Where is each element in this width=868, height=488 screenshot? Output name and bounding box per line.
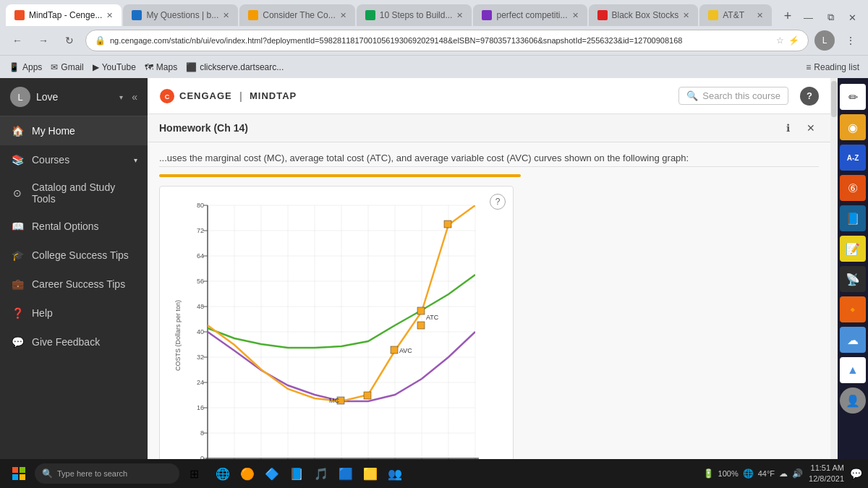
tab-close-btn[interactable]: ✕ xyxy=(223,11,229,20)
tab-close-btn[interactable]: ✕ xyxy=(106,11,113,20)
url-bar[interactable]: 🔒 ng.cengage.com/static/nb/ui/evo/index.… xyxy=(85,30,809,51)
sidebar-item-rental[interactable]: 📖 Rental Options xyxy=(0,212,148,241)
tab-close-btn[interactable]: ✕ xyxy=(572,11,579,20)
close-btn[interactable]: ✕ xyxy=(843,12,862,23)
sidebar-icon-courses: 📚 xyxy=(10,153,25,167)
scrollbar[interactable] xyxy=(830,78,838,459)
scrollbar-thumb[interactable] xyxy=(831,81,837,117)
sidebar-item-feedback[interactable]: 💬 Give Feedback xyxy=(0,328,148,356)
restore-btn[interactable]: ⧉ xyxy=(822,12,840,23)
tab-close-btn[interactable]: ✕ xyxy=(340,11,346,20)
taskbar-people[interactable]: 👥 xyxy=(383,462,407,485)
right-icon-rss[interactable]: ◉ xyxy=(840,114,866,140)
bookmark-apps[interactable]: 📱Apps xyxy=(9,62,42,72)
sidebar-icon-feedback: 💬 xyxy=(10,335,25,349)
tab-close-btn[interactable]: ✕ xyxy=(456,11,463,20)
bookmark-youtube[interactable]: ▶YouTube xyxy=(93,62,136,72)
notifications-btn[interactable]: 💬 xyxy=(850,468,862,479)
extension-icon[interactable]: ⚡ xyxy=(788,35,799,46)
taskbar-edge[interactable]: 🌐 xyxy=(211,462,234,485)
bookmark-icon: ▶ xyxy=(93,62,99,72)
chart-help-button[interactable]: ? xyxy=(490,194,506,210)
reading-list-btn[interactable]: ≡ Reading list xyxy=(806,62,859,72)
address-bar: ← → ↻ 🔒 ng.cengage.com/static/nb/ui/evo/… xyxy=(0,26,868,55)
right-icon-az[interactable]: A-Z xyxy=(840,145,866,171)
chart-svg: 0 8 16 24 32 40 48 56 64 72 80 0 xyxy=(171,198,490,459)
taskbar-music[interactable]: 🎵 xyxy=(310,462,333,485)
main-content: C CENGAGE | MINDTAP 🔍 Search this course… xyxy=(148,78,830,459)
sidebar-item-college[interactable]: 🎓 College Success Tips xyxy=(0,241,148,270)
chart-container: ...uses the marginal cost (MC), average … xyxy=(148,142,830,459)
right-icon-orange-app[interactable]: 🔸 xyxy=(840,296,866,322)
svg-text:48: 48 xyxy=(197,303,204,310)
sidebar-icon-my-home: 🏠 xyxy=(10,124,25,138)
refresh-button[interactable]: ↻ xyxy=(59,30,80,51)
sidebar-item-catalog[interactable]: ⊙ Catalog and Study Tools xyxy=(0,174,148,212)
bookmark-gmail[interactable]: ✉Gmail xyxy=(51,62,83,72)
right-icon-gdrive[interactable]: ▲ xyxy=(840,357,866,383)
right-icon-book[interactable]: 📘 xyxy=(840,205,866,231)
bookmark-maps[interactable]: 🗺Maps xyxy=(145,62,177,72)
search-box[interactable]: 🔍 Search this course xyxy=(678,87,788,105)
browser-tab-6[interactable]: Black Box Stocks ✕ xyxy=(589,4,699,26)
browser-tab-7[interactable]: AT&T ✕ xyxy=(699,4,772,26)
hw-info-button[interactable]: ℹ xyxy=(780,120,796,136)
sidebar-icon-help: ❓ xyxy=(10,306,25,320)
hw-close-button[interactable]: ✕ xyxy=(803,120,819,136)
sidebar-item-courses[interactable]: 📚 Courses ▾ xyxy=(0,145,148,174)
taskbar-view-button[interactable]: ⊞ xyxy=(182,462,205,485)
taskbar-teams[interactable]: 📘 xyxy=(285,462,308,485)
browser-tab-1[interactable]: MindTap - Cenge... ✕ xyxy=(6,4,122,26)
tab-title: Black Box Stocks xyxy=(612,10,679,20)
tab-close-btn[interactable]: ✕ xyxy=(683,11,689,20)
sidebar-collapse-btn[interactable]: « xyxy=(132,91,137,103)
tab-close-btn[interactable]: ✕ xyxy=(757,11,763,20)
taskbar-app1[interactable]: 🟦 xyxy=(334,462,357,485)
star-icon[interactable]: ☆ xyxy=(776,35,784,46)
sidebar-label-courses: Courses xyxy=(32,154,69,166)
right-icon-user-avatar[interactable]: 👤 xyxy=(840,388,866,414)
temp-display: 44°F xyxy=(758,469,775,478)
bookmark-clickserve.dartsearc...[interactable]: ⬛clickserve.dartsearc... xyxy=(186,62,284,72)
svg-text:C: C xyxy=(165,93,170,100)
bookmark-icon: 📱 xyxy=(9,62,20,72)
homework-header: Homework (Ch 14) ℹ ✕ xyxy=(148,114,830,142)
tab-favicon xyxy=(597,10,608,20)
homework-title: Homework (Ch 14) xyxy=(159,122,248,134)
taskbar-search[interactable]: 🔍 Type here to search xyxy=(35,463,179,484)
extensions-btn[interactable]: ⋮ xyxy=(841,30,861,51)
browser-tab-3[interactable]: Consider The Co... ✕ xyxy=(239,4,355,26)
help-button[interactable]: ? xyxy=(800,87,819,106)
profile-btn[interactable]: L xyxy=(814,30,835,51)
app-area: L Love ▾ « 🏠 My Home 📚 Courses ▾ ⊙ Catal… xyxy=(0,78,868,459)
right-icon-target[interactable]: ⑥ xyxy=(840,175,866,201)
mc-high-marker xyxy=(444,221,451,228)
right-icon-notepad[interactable]: 📝 xyxy=(840,236,866,262)
right-icon-pencil[interactable]: ✏ xyxy=(840,84,866,110)
svg-text:24: 24 xyxy=(197,379,204,386)
sidebar-item-career[interactable]: 💼 Career Success Tips xyxy=(0,270,148,299)
sidebar-label-my-home: My Home xyxy=(32,125,75,137)
system-tray: 🔋 100% 🌐 44°F ☁ 🔊 xyxy=(703,468,804,479)
url-text: ng.cengage.com/static/nb/ui/evo/index.ht… xyxy=(110,36,772,45)
right-icon-cloud[interactable]: ☁ xyxy=(840,327,866,353)
start-button[interactable] xyxy=(6,461,32,487)
bookmark-label: Maps xyxy=(156,62,177,72)
browser-tab-5[interactable]: perfect competiti... ✕ xyxy=(473,4,587,26)
taskbar-edge-new[interactable]: 🔷 xyxy=(260,462,284,485)
new-tab-button[interactable]: + xyxy=(778,6,798,26)
svg-text:COSTS (Dollars per ton): COSTS (Dollars per ton) xyxy=(174,300,182,371)
sidebar-user[interactable]: L Love ▾ « xyxy=(0,78,148,116)
taskbar-chrome[interactable]: 🟠 xyxy=(236,462,259,485)
sidebar-item-my-home[interactable]: 🏠 My Home xyxy=(0,116,148,145)
right-icon-wifi-signal[interactable]: 📡 xyxy=(840,266,866,292)
browser-tab-2[interactable]: My Questions | b... ✕ xyxy=(123,4,238,26)
back-button[interactable]: ← xyxy=(7,30,27,51)
taskbar-app2[interactable]: 🟨 xyxy=(359,462,382,485)
tab-title: AT&T xyxy=(723,10,752,20)
forward-button[interactable]: → xyxy=(33,30,54,51)
window-controls: — ⧉ ✕ xyxy=(798,12,862,26)
sidebar-item-help[interactable]: ❓ Help xyxy=(0,299,148,328)
minimize-btn[interactable]: — xyxy=(798,12,819,23)
browser-tab-4[interactable]: 10 Steps to Build... ✕ xyxy=(357,4,472,26)
